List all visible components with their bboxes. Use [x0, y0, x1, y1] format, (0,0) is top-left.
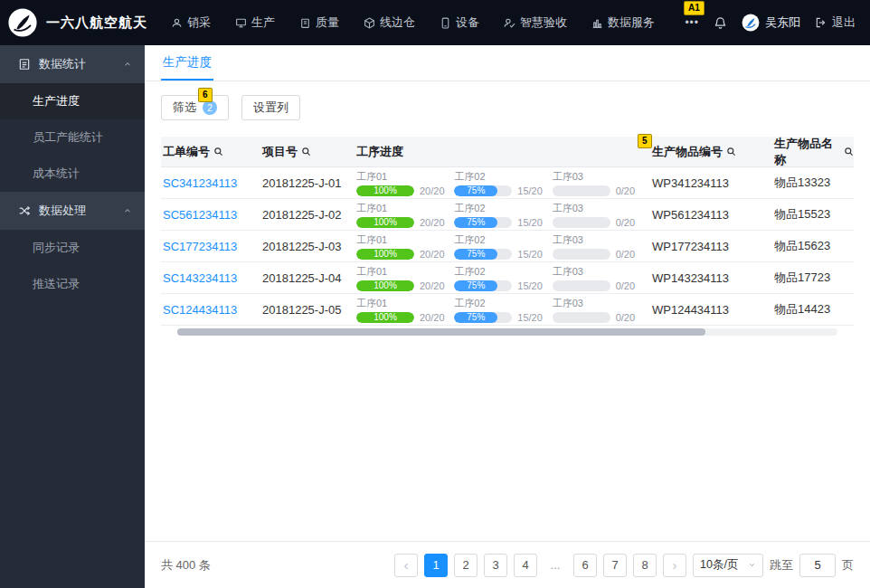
- sidebar-group-data-processing[interactable]: 数据处理: [0, 192, 145, 230]
- process-progress: 工序0275%15/20: [454, 297, 552, 323]
- scrollbar-thumb[interactable]: [177, 328, 705, 336]
- work-order-link[interactable]: SC177234113: [163, 240, 237, 253]
- column-header-item-name[interactable]: 生产物品名称: [772, 136, 854, 168]
- filter-button[interactable]: 筛选 2: [161, 95, 229, 120]
- annotation-mark-filter: 6: [198, 88, 213, 102]
- progress-bar: [553, 185, 610, 196]
- work-order-link[interactable]: SC561234113: [163, 208, 237, 222]
- chart-icon: [591, 17, 603, 29]
- process-progress: 工序0275%15/20: [454, 170, 552, 196]
- page-size-select[interactable]: 10条/页: [693, 554, 763, 577]
- set-columns-label: 设置列: [253, 100, 288, 116]
- page-button-8[interactable]: 8: [633, 554, 657, 577]
- nav-item-production[interactable]: 生产: [235, 14, 275, 31]
- more-menu-button[interactable]: •••: [685, 16, 699, 29]
- page-button-4[interactable]: 4: [514, 554, 537, 577]
- progress-count: 15/20: [517, 185, 543, 196]
- item-name-cell: 物品13323: [772, 175, 854, 191]
- progress-bar: [553, 217, 610, 228]
- page-button-7[interactable]: 7: [603, 554, 627, 577]
- search-icon[interactable]: [213, 147, 223, 156]
- progress-count: 15/20: [517, 217, 543, 228]
- search-icon[interactable]: [844, 147, 854, 156]
- progress-bar: 75%: [454, 249, 512, 260]
- column-header-work-order[interactable]: 工单编号: [161, 144, 260, 160]
- nav-item-equipment[interactable]: 设备: [440, 14, 479, 31]
- user-menu[interactable]: 吴东阳: [742, 14, 800, 32]
- nav-item-quality[interactable]: 质量: [299, 14, 339, 31]
- process-progress: 工序030/20: [553, 297, 650, 323]
- nav-item-smart-acceptance[interactable]: 智慧验收: [504, 14, 567, 31]
- set-columns-button[interactable]: 设置列: [241, 95, 300, 120]
- progress-percent: 75%: [454, 217, 497, 228]
- tab-bar: 生产进度: [145, 45, 870, 81]
- total-count: 共 400 条: [161, 557, 211, 574]
- table-body: SC341234113 20181225-J-01 工序01100%20/20工…: [161, 167, 854, 326]
- page-button-1[interactable]: 1: [424, 554, 448, 577]
- horizontal-scrollbar[interactable]: [177, 328, 837, 336]
- progress-count: 15/20: [517, 312, 543, 323]
- search-icon[interactable]: [301, 147, 311, 156]
- logout-label: 退出: [832, 14, 856, 31]
- nav-label: 销采: [187, 14, 211, 31]
- main-content: 生产进度 筛选 2 设置列 工单编号 项目号 工序进度 生产物品编号: [145, 45, 870, 588]
- column-header-project[interactable]: 项目号: [260, 144, 355, 160]
- nav-item-lineside-warehouse[interactable]: 线边仓: [364, 14, 415, 31]
- process-progress: 工序0275%15/20: [454, 265, 552, 291]
- nav-item-sales-procurement[interactable]: 销采: [171, 14, 211, 31]
- work-order-link[interactable]: SC143234113: [163, 271, 237, 285]
- search-icon[interactable]: [726, 147, 736, 156]
- pagination-bar: 共 400 条 ‹ 1234...678 › 10条/页 跳至 页: [145, 541, 870, 588]
- filter-button-label: 筛选: [173, 100, 196, 116]
- process-label: 工序02: [454, 233, 552, 247]
- progress-percent: 75%: [454, 312, 497, 323]
- progress-count: 20/20: [420, 217, 445, 228]
- process-progress: 工序0275%15/20: [454, 202, 552, 228]
- work-order-link[interactable]: SC124434113: [163, 303, 237, 317]
- progress-bar: 100%: [356, 312, 414, 323]
- column-header-item-code[interactable]: 生产物品编号: [650, 144, 772, 160]
- table-row: SC177234113 20181225-J-03 工序01100%20/20工…: [161, 231, 854, 262]
- table-row: SC341234113 20181225-J-01 工序01100%20/20工…: [161, 167, 854, 199]
- next-page-button[interactable]: ›: [663, 554, 686, 577]
- page-button-2[interactable]: 2: [454, 554, 478, 577]
- page-list: 1234...678: [424, 554, 657, 577]
- progress-percent: 100%: [356, 185, 414, 196]
- sidebar-item-production-progress[interactable]: 生产进度: [0, 83, 145, 119]
- logout-button[interactable]: 退出: [815, 14, 856, 31]
- project-cell: 20181225-J-02: [260, 208, 355, 222]
- sidebar-item-cost-statistics[interactable]: 成本统计: [0, 156, 145, 192]
- process-cell: 工序01100%20/20工序0275%15/20工序030/20: [355, 233, 650, 260]
- sidebar-item-push-records[interactable]: 推送记录: [0, 266, 145, 302]
- progress-bar: 75%: [454, 280, 512, 291]
- sidebar-item-employee-capacity[interactable]: 员工产能统计: [0, 119, 145, 156]
- item-code-cell: WP124434113: [650, 303, 772, 317]
- sidebar-group-data-statistics[interactable]: 数据统计: [0, 45, 145, 83]
- progress-percent: 75%: [454, 249, 497, 260]
- work-order-link[interactable]: SC341234113: [163, 176, 237, 190]
- item-name-cell: 物品14423: [772, 301, 854, 318]
- nav-item-data-service[interactable]: 数据服务: [591, 14, 655, 31]
- notification-bell-icon[interactable]: [714, 16, 727, 30]
- jump-page-input[interactable]: [799, 554, 836, 577]
- shuffle-icon: [18, 204, 31, 217]
- page-button-6[interactable]: 6: [573, 554, 597, 577]
- tab-production-progress[interactable]: 生产进度: [161, 45, 213, 81]
- item-name-cell: 物品15523: [772, 206, 854, 223]
- page-ellipsis: ...: [544, 554, 567, 577]
- progress-percent: 75%: [454, 280, 497, 291]
- brand-title: 一六八航空航天: [46, 14, 147, 32]
- process-cell: 工序01100%20/20工序0275%15/20工序030/20: [355, 170, 650, 196]
- progress-bar: 100%: [356, 185, 414, 196]
- page-button-3[interactable]: 3: [484, 554, 507, 577]
- topbar-right: ••• 吴东阳 退出: [685, 14, 870, 32]
- process-progress: 工序030/20: [553, 170, 650, 196]
- clipboard-icon: [299, 17, 311, 29]
- user-name: 吴东阳: [765, 14, 800, 31]
- monitor-icon: [235, 17, 247, 29]
- progress-count: 0/20: [616, 185, 635, 196]
- prev-page-button[interactable]: ‹: [394, 554, 418, 577]
- progress-count: 20/20: [420, 312, 445, 323]
- topbar: 一六八航空航天 销采 生产 质量 线边仓 设备 智慧验收 数据服务: [0, 0, 870, 45]
- sidebar-item-sync-records[interactable]: 同步记录: [0, 230, 145, 266]
